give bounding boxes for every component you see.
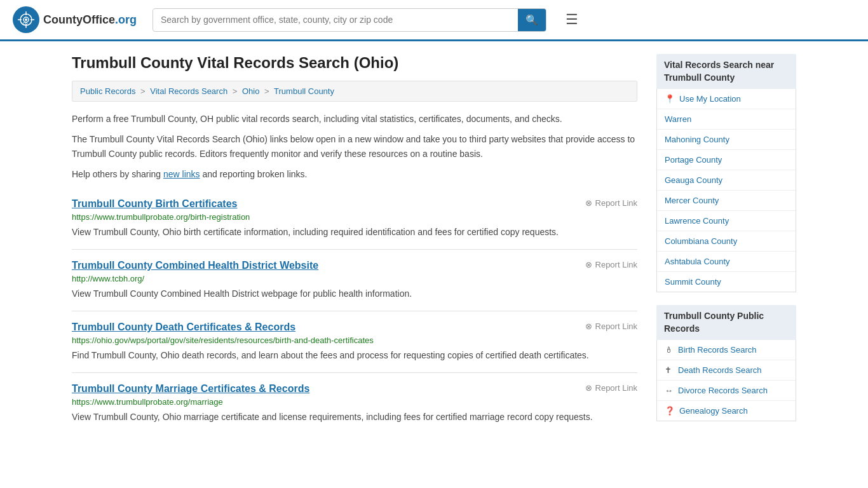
description-2: The Trumbull County Vital Records Search… bbox=[72, 132, 637, 161]
report-link-button[interactable]: ⊗ Report Link bbox=[585, 198, 637, 208]
result-description: View Trumbull County Combined Health Dis… bbox=[72, 287, 637, 301]
sidebar-item-death-records[interactable]: ✝ Death Records Search bbox=[657, 360, 796, 380]
result-title[interactable]: Trumbull County Death Certificates & Rec… bbox=[72, 322, 295, 333]
sidebar-item-warren[interactable]: Warren bbox=[657, 109, 796, 129]
result-description: View Trumbull County, Ohio marriage cert… bbox=[72, 410, 637, 424]
result-card: Trumbull County Birth Certificates ⊗ Rep… bbox=[72, 188, 637, 250]
site-logo[interactable]: CO CountyOffice.org bbox=[13, 6, 140, 33]
svg-text:CO: CO bbox=[23, 22, 28, 25]
list-item: Summit County bbox=[657, 272, 796, 292]
report-link-button[interactable]: ⊗ Report Link bbox=[585, 383, 637, 393]
sidebar-item-summit[interactable]: Summit County bbox=[657, 272, 796, 292]
public-records-section-header: Trumbull County Public Records bbox=[656, 305, 796, 340]
list-item: ✝ Death Records Search bbox=[657, 360, 796, 381]
result-card: Trumbull County Marriage Certificates & … bbox=[72, 373, 637, 434]
genealogy-icon: ❓ bbox=[665, 406, 675, 416]
sidebar-item-birth-records[interactable]: 🕯 Birth Records Search bbox=[657, 340, 796, 360]
result-description: Find Trumbull County, Ohio death records… bbox=[72, 349, 637, 362]
result-header: Trumbull County Death Certificates & Rec… bbox=[72, 322, 637, 333]
sidebar-item-use-my-location[interactable]: 📍 Use My Location bbox=[657, 89, 796, 109]
sidebar-item-ashtabula[interactable]: Ashtabula County bbox=[657, 252, 796, 271]
breadcrumb-vital-records[interactable]: Vital Records Search bbox=[150, 86, 227, 96]
result-card: Trumbull County Combined Health District… bbox=[72, 250, 637, 311]
report-link-button[interactable]: ⊗ Report Link bbox=[585, 260, 637, 269]
search-bar: 🔍 bbox=[153, 8, 546, 32]
content-area: Trumbull County Vital Records Search (Oh… bbox=[72, 54, 637, 434]
list-item: Ashtabula County bbox=[657, 252, 796, 272]
result-card: Trumbull County Death Certificates & Rec… bbox=[72, 311, 637, 373]
list-item: ↔ Divorce Records Search bbox=[657, 381, 796, 401]
site-header: CO CountyOffice.org 🔍 ☰ bbox=[0, 0, 868, 41]
logo-icon: CO bbox=[13, 6, 39, 33]
result-header: Trumbull County Marriage Certificates & … bbox=[72, 383, 637, 395]
result-url: http://www.tcbh.org/ bbox=[72, 274, 637, 283]
main-container: Trumbull County Vital Records Search (Oh… bbox=[59, 41, 809, 447]
list-item: Lawrence County bbox=[657, 211, 796, 231]
list-item: Mercer County bbox=[657, 191, 796, 211]
sidebar-item-columbiana[interactable]: Columbiana County bbox=[657, 231, 796, 251]
nearby-list: 📍 Use My Location Warren Mahoning County bbox=[656, 89, 796, 292]
sidebar-item-portage[interactable]: Portage County bbox=[657, 150, 796, 170]
search-input[interactable] bbox=[153, 10, 518, 30]
nearby-section-header: Vital Records Search near Trumbull Count… bbox=[656, 54, 796, 89]
list-item: Warren bbox=[657, 109, 796, 130]
list-item: Geauga County bbox=[657, 170, 796, 191]
sidebar-item-mahoning[interactable]: Mahoning County bbox=[657, 130, 796, 149]
result-title[interactable]: Trumbull County Marriage Certificates & … bbox=[72, 383, 309, 395]
list-item: Mahoning County bbox=[657, 130, 796, 150]
result-title[interactable]: Trumbull County Combined Health District… bbox=[72, 260, 318, 271]
public-records-section: Trumbull County Public Records 🕯 Birth R… bbox=[656, 305, 796, 421]
location-icon: 📍 bbox=[665, 94, 675, 104]
result-description: View Trumbull County, Ohio birth certifi… bbox=[72, 226, 637, 239]
report-icon: ⊗ bbox=[585, 198, 592, 208]
description-3: Help others by sharing new links and rep… bbox=[72, 167, 637, 181]
menu-button[interactable]: ☰ bbox=[566, 11, 578, 28]
result-url: https://www.trumbullprobate.org/marriage bbox=[72, 397, 637, 407]
report-link-button[interactable]: ⊗ Report Link bbox=[585, 322, 637, 331]
description-1: Perform a free Trumbull County, OH publi… bbox=[72, 112, 637, 126]
breadcrumb-ohio[interactable]: Ohio bbox=[242, 86, 259, 96]
logo-text: CountyOffice.org bbox=[43, 13, 137, 27]
search-icon: 🔍 bbox=[526, 15, 538, 25]
public-records-list: 🕯 Birth Records Search ✝ Death Records S… bbox=[656, 340, 796, 421]
birth-icon: 🕯 bbox=[665, 345, 674, 355]
sidebar: Vital Records Search near Trumbull Count… bbox=[656, 54, 796, 434]
sidebar-item-divorce-records[interactable]: ↔ Divorce Records Search bbox=[657, 381, 796, 400]
result-header: Trumbull County Birth Certificates ⊗ Rep… bbox=[72, 198, 637, 210]
breadcrumb-trumbull[interactable]: Trumbull County bbox=[274, 86, 334, 96]
list-item: Columbiana County bbox=[657, 231, 796, 252]
search-button[interactable]: 🔍 bbox=[518, 9, 546, 31]
result-title[interactable]: Trumbull County Birth Certificates bbox=[72, 198, 237, 210]
list-item: Portage County bbox=[657, 150, 796, 170]
list-item: 🕯 Birth Records Search bbox=[657, 340, 796, 360]
result-url: https://ohio.gov/wps/portal/gov/site/res… bbox=[72, 336, 637, 345]
result-header: Trumbull County Combined Health District… bbox=[72, 260, 637, 271]
new-links-link[interactable]: new links bbox=[163, 169, 200, 179]
sidebar-item-genealogy[interactable]: ❓ Genealogy Search bbox=[657, 401, 796, 421]
page-title: Trumbull County Vital Records Search (Oh… bbox=[72, 54, 637, 72]
list-item: ❓ Genealogy Search bbox=[657, 401, 796, 421]
list-item: 📍 Use My Location bbox=[657, 89, 796, 109]
report-icon: ⊗ bbox=[585, 260, 592, 269]
report-icon: ⊗ bbox=[585, 383, 592, 393]
svg-point-7 bbox=[25, 18, 27, 21]
sidebar-item-geauga[interactable]: Geauga County bbox=[657, 170, 796, 190]
breadcrumb: Public Records > Vital Records Search > … bbox=[72, 81, 637, 102]
death-icon: ✝ bbox=[665, 365, 674, 375]
divorce-icon: ↔ bbox=[665, 386, 674, 395]
report-icon: ⊗ bbox=[585, 322, 592, 331]
sidebar-item-mercer[interactable]: Mercer County bbox=[657, 191, 796, 210]
nearby-section: Vital Records Search near Trumbull Count… bbox=[656, 54, 796, 292]
breadcrumb-public-records[interactable]: Public Records bbox=[80, 86, 135, 96]
result-url: https://www.trumbullprobate.org/birth-re… bbox=[72, 212, 637, 222]
sidebar-item-lawrence[interactable]: Lawrence County bbox=[657, 211, 796, 231]
